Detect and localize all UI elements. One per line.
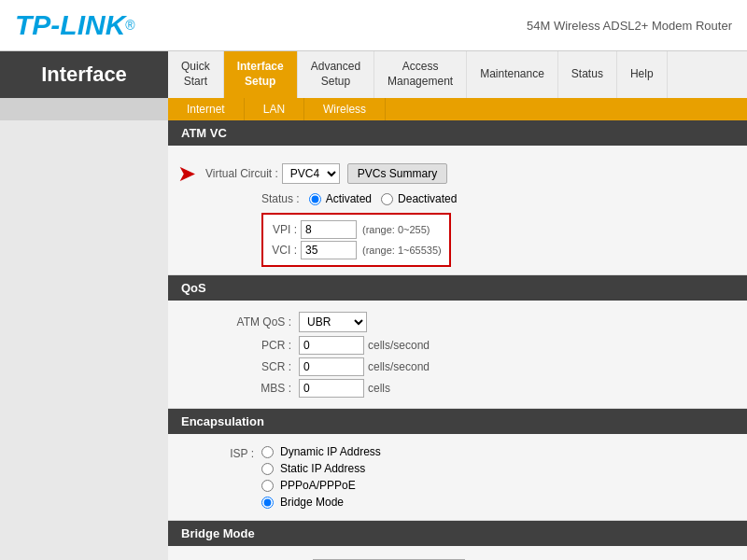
status-deactivated-label[interactable]: Deactivated (381, 192, 457, 205)
bridge-mode-label[interactable]: Bridge Mode (261, 496, 381, 509)
activated-text: Activated (326, 192, 372, 205)
sub-nav-internet[interactable]: Internet (168, 98, 245, 120)
bridge-mode-section: Bridge Mode Encapsulation : 1483 Bridged… (168, 521, 747, 560)
atm-qos-row: ATM QoS : UBRCBRVBR-rtVBR-nrt (168, 312, 747, 332)
pcr-row: PCR : cells/second (168, 336, 747, 355)
static-ip-text: Static IP Address (280, 462, 365, 475)
bridge-mode-text: Bridge Mode (280, 496, 344, 509)
nav-wrapper: Interface QuickStart InterfaceSetup Adva… (0, 51, 747, 120)
nav-item-status[interactable]: Status (558, 51, 617, 98)
encapsulation-body: ISP : Dynamic IP Address Static IP Addre… (168, 434, 747, 521)
atm-qos-label: ATM QoS : (224, 315, 299, 329)
pcr-label: PCR : (224, 339, 299, 352)
status-activated-radio[interactable] (309, 193, 321, 205)
status-row: Status : Activated Deactivated (168, 192, 747, 205)
dynamic-ip-text: Dynamic IP Address (280, 445, 381, 458)
pppoa-pppoe-text: PPPoA/PPPoE (280, 479, 356, 492)
vpi-range: (range: 0~255) (362, 224, 430, 235)
vci-row: VCI : (range: 1~65535) (271, 241, 442, 259)
scr-label: SCR : (224, 360, 299, 373)
vci-range: (range: 1~65535) (362, 245, 442, 256)
content: ATM VC ➤ Virtual Circuit : PVC0PVC1PVC2P… (168, 120, 747, 560)
virtual-circuit-label: Virtual Circuit : (205, 167, 278, 180)
pvcs-summary-button[interactable]: PVCs Summary (347, 163, 447, 184)
nav-item-help[interactable]: Help (617, 51, 668, 98)
nav-item-maintenance[interactable]: Maintenance (467, 51, 558, 98)
pppoa-pppoe-radio[interactable] (261, 480, 274, 492)
mbs-label: MBS : (224, 382, 299, 395)
nav-item-quick-start[interactable]: QuickStart (168, 51, 224, 98)
deactivated-text: Deactivated (398, 192, 457, 205)
nav-bar: Interface QuickStart InterfaceSetup Adva… (0, 51, 747, 98)
vpi-label: VPI : (271, 223, 297, 236)
encapsulation-section: Encapsulation ISP : Dynamic IP Address S… (168, 409, 747, 521)
mbs-input[interactable] (299, 379, 364, 398)
sub-nav-wireless[interactable]: Wireless (304, 98, 386, 120)
encapsulation-header: Encapsulation (168, 409, 747, 434)
scr-input[interactable] (299, 357, 364, 376)
atm-vc-body: ➤ Virtual Circuit : PVC0PVC1PVC2PVC3PVC4… (168, 146, 747, 275)
bridge-mode-radio[interactable] (261, 497, 274, 509)
qos-body: ATM QoS : UBRCBRVBR-rtVBR-nrt PCR : cell… (168, 301, 747, 409)
vpi-input[interactable] (301, 220, 357, 239)
pcr-unit: cells/second (368, 339, 430, 352)
pcr-input[interactable] (299, 336, 364, 355)
nav-item-advanced-setup[interactable]: AdvancedSetup (298, 51, 374, 98)
bridge-mode-body: Encapsulation : 1483 Bridged IP LLC 1483… (168, 546, 747, 560)
vci-label: VCI : (271, 244, 297, 257)
atm-qos-select[interactable]: UBRCBRVBR-rtVBR-nrt (299, 312, 367, 332)
scr-row: SCR : cells/second (168, 357, 747, 376)
vpi-vci-box: VPI : (range: 0~255) VCI : (range: 1~655… (261, 213, 451, 267)
virtual-circuit-select[interactable]: PVC0PVC1PVC2PVC3PVC4PVC5PVC6PVC7 (282, 163, 340, 184)
sub-nav: Internet LAN Wireless (168, 98, 747, 120)
dynamic-ip-label[interactable]: Dynamic IP Address (261, 445, 381, 458)
nav-items: QuickStart InterfaceSetup AdvancedSetup … (168, 51, 668, 98)
static-ip-label[interactable]: Static IP Address (261, 462, 381, 475)
sidebar-label: Interface (0, 51, 168, 98)
scr-unit: cells/second (368, 360, 430, 373)
logo: TP-LINK® (15, 9, 135, 41)
mbs-unit: cells (368, 382, 390, 395)
bridge-mode-header: Bridge Mode (168, 521, 747, 546)
sub-nav-lan[interactable]: LAN (245, 98, 304, 120)
product-name: 54M Wireless ADSL2+ Modem Router (527, 19, 732, 33)
mbs-row: MBS : cells (168, 379, 747, 398)
isp-options: Dynamic IP Address Static IP Address PPP… (261, 445, 381, 509)
atm-vc-header: ATM VC (168, 120, 747, 146)
status-activated-label[interactable]: Activated (309, 192, 372, 205)
sidebar (0, 120, 168, 560)
dynamic-ip-radio[interactable] (261, 446, 274, 458)
qos-header: QoS (168, 275, 747, 301)
status-label: Status : (261, 192, 300, 205)
arrow-icon: ➤ (177, 161, 196, 187)
main-area: ATM VC ➤ Virtual Circuit : PVC0PVC1PVC2P… (0, 120, 747, 560)
nav-item-interface-setup[interactable]: InterfaceSetup (224, 51, 298, 98)
vpi-row: VPI : (range: 0~255) (271, 220, 442, 239)
isp-row: ISP : Dynamic IP Address Static IP Addre… (168, 445, 747, 509)
vci-input[interactable] (301, 241, 357, 259)
atm-vc-section: ATM VC ➤ Virtual Circuit : PVC0PVC1PVC2P… (168, 120, 747, 275)
virtual-circuit-row: ➤ Virtual Circuit : PVC0PVC1PVC2PVC3PVC4… (168, 161, 747, 187)
page-container: TP-LINK® 54M Wireless ADSL2+ Modem Route… (0, 0, 747, 560)
header: TP-LINK® 54M Wireless ADSL2+ Modem Route… (0, 0, 747, 51)
static-ip-radio[interactable] (261, 463, 274, 475)
qos-section: QoS ATM QoS : UBRCBRVBR-rtVBR-nrt PCR : … (168, 275, 747, 409)
nav-item-access-management[interactable]: AccessManagement (374, 51, 467, 98)
status-deactivated-radio[interactable] (381, 193, 393, 205)
pppoa-pppoe-label[interactable]: PPPoA/PPPoE (261, 479, 381, 492)
isp-label: ISP : (224, 447, 261, 460)
